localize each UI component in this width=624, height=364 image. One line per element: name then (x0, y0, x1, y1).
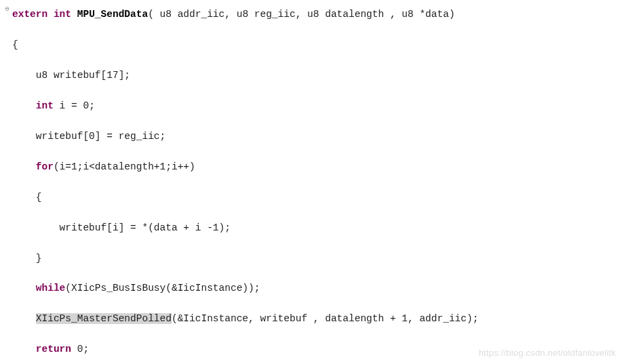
code-token (12, 313, 36, 324)
code-token: ( u8 addr_iic, u8 reg_iic, u8 datalength… (148, 9, 454, 20)
code-token: MPU_SendData (77, 9, 148, 20)
code-token: int (54, 9, 71, 20)
code-token: while (36, 283, 66, 294)
code-line: writebuf[0] = reg_iic; (3, 129, 621, 144)
code-token: for (36, 161, 54, 172)
code-token (12, 161, 36, 172)
code-token: XIicPs_MasterSendPolled (36, 313, 172, 324)
code-line: { (3, 190, 621, 205)
code-line: { (3, 37, 621, 52)
code-token (71, 9, 77, 20)
code-token (12, 344, 36, 355)
code-token (12, 283, 36, 294)
code-token (12, 100, 36, 111)
code-token: return (36, 344, 71, 355)
code-line: u8 writebuf[17]; (3, 68, 621, 83)
code-token: i = 0; (54, 100, 95, 111)
code-token: writebuf[0] = reg_iic; (12, 131, 165, 142)
code-line: for(i=1;i<datalength+1;i++) (3, 159, 621, 174)
code-line: ⊖extern int MPU_SendData( u8 addr_iic, u… (3, 7, 621, 22)
code-token (47, 9, 54, 20)
code-token: (&IicInstance, writebuf , datalength + 1… (172, 313, 478, 324)
code-token: { (12, 192, 42, 203)
code-token: extern (12, 9, 47, 20)
code-editor: ⊖extern int MPU_SendData( u8 addr_iic, u… (3, 7, 621, 364)
code-token: 0; (71, 344, 89, 355)
code-token: { (12, 39, 18, 50)
code-token: u8 writebuf[17]; (12, 70, 130, 81)
code-token: (XIicPs_BusIsBusy(&IicInstance)); (65, 283, 260, 294)
fold-toggle-icon[interactable]: ⊖ (4, 7, 10, 13)
code-line: } (3, 251, 621, 266)
code-line: writebuf[i] = *(data + i -1); (3, 220, 621, 235)
code-line: while(XIicPs_BusIsBusy(&IicInstance)); (3, 281, 621, 296)
code-line: return 0; (3, 342, 621, 357)
code-line: XIicPs_MasterSendPolled(&IicInstance, wr… (3, 311, 621, 326)
code-token: (i=1;i<datalength+1;i++) (54, 161, 195, 172)
code-token: } (12, 253, 42, 264)
code-token: writebuf[i] = *(data + i -1); (12, 222, 231, 233)
code-line: int i = 0; (3, 98, 621, 113)
code-token: int (36, 100, 54, 111)
